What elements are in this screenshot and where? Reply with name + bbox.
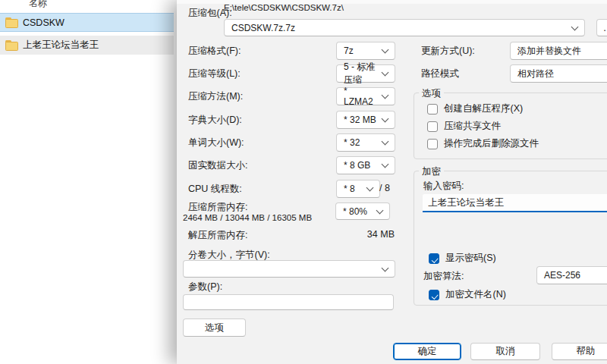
chevron-down-icon (571, 23, 579, 30)
format-label: 压缩格式(F): (188, 45, 241, 58)
cpu-threads-combobox[interactable]: * 8 (336, 180, 380, 198)
archive-path: E:\tele\CSDSKW\CSDSKW.7z\ (224, 3, 344, 12)
chevron-down-icon (376, 206, 384, 214)
help-button-label: 帮助 (577, 345, 596, 358)
compress-shared-label: 压缩共享文件 (444, 120, 501, 133)
file-name: 上老王论坛当老王 (23, 39, 99, 52)
browse-button[interactable]: … (596, 19, 607, 36)
path-mode-combobox[interactable]: 相对路径 (510, 64, 607, 83)
show-password-checkbox[interactable]: 显示密码(S) (429, 252, 496, 265)
parameters-input[interactable] (183, 294, 394, 310)
word-size-combobox[interactable]: * 32 (336, 133, 395, 152)
file-explorer-pane: 名称 CSDSKW 上老王论坛当老王 (0, 0, 182, 364)
checkbox-icon (427, 121, 438, 132)
cpu-threads-value: * 8 (344, 184, 355, 194)
file-name: CSDSKW (23, 17, 64, 28)
cancel-button[interactable]: 取消 (470, 343, 540, 360)
delete-after-label: 操作完成后删除源文件 (444, 137, 539, 150)
archive-name-combobox[interactable]: CSDSKW.7z.7z (224, 19, 585, 36)
checkbox-icon (427, 139, 438, 149)
chevron-down-icon (382, 69, 389, 77)
level-combobox[interactable]: 5 - 标准压缩 (336, 64, 395, 83)
dictionary-label: 字典大小(D): (188, 114, 242, 127)
dictionary-combobox[interactable]: * 32 MB (336, 111, 395, 129)
format-value: 7z (344, 46, 354, 56)
memory-decompress-label: 解压所需内存: (188, 229, 247, 242)
method-value: * LZMA2 (344, 86, 378, 107)
options-group-title: 选项 (419, 87, 444, 100)
encryption-method-value: AES-256 (544, 270, 580, 281)
password-input[interactable] (423, 194, 607, 212)
solid-block-value: * 8 GB (344, 160, 370, 171)
update-mode-combobox[interactable]: 添加并替换文件 (510, 42, 607, 60)
ok-button-label: 确定 (418, 345, 437, 358)
level-label: 压缩等级(L): (188, 67, 241, 80)
path-mode-label: 路径模式 (421, 67, 459, 80)
add-to-archive-dialog: 压缩包(A): E:\tele\CSDSKW\CSDSKW.7z\ CSDSKW… (177, 0, 607, 364)
password-label: 输入密码: (423, 180, 464, 193)
word-size-value: * 32 (344, 137, 360, 148)
solid-block-combobox[interactable]: * 8 GB (336, 156, 395, 174)
method-label: 压缩方法(M): (188, 90, 243, 103)
path-mode-value: 相对路径 (517, 67, 554, 80)
folder-icon (5, 17, 18, 28)
create-sfx-checkbox[interactable]: 创建自解压程序(X) (427, 102, 523, 115)
checkbox-icon (427, 104, 438, 115)
memory-usage-combobox[interactable]: * 80% (335, 202, 390, 220)
memory-usage-value: * 80% (343, 206, 367, 217)
memory-compress-detail: 2464 MB / 13044 MB / 16305 MB (183, 213, 312, 222)
browse-button-label: … (603, 23, 607, 33)
level-value: 5 - 标准压缩 (344, 61, 378, 86)
chevron-down-icon (382, 161, 389, 168)
list-item[interactable]: CSDSKW (0, 13, 174, 32)
encrypt-filenames-checkbox[interactable]: 加密文件名(N) (429, 288, 506, 301)
encryption-group-title: 加密 (419, 165, 444, 178)
show-password-label: 显示密码(S) (445, 252, 496, 265)
method-combobox[interactable]: * LZMA2 (336, 87, 395, 105)
solid-block-label: 固实数据大小: (188, 159, 247, 172)
memory-decompress-value: 34 MB (336, 229, 395, 240)
delete-after-checkbox[interactable]: 操作完成后删除源文件 (427, 137, 539, 150)
screen: 名称 CSDSKW 上老王论坛当老王 压缩包(A): E:\tele\CSDSK… (0, 0, 607, 364)
encrypt-filenames-label: 加密文件名(N) (445, 288, 506, 301)
list-item[interactable]: 上老王论坛当老王 (0, 36, 174, 55)
ok-button[interactable]: 确定 (393, 343, 461, 360)
cancel-button-label: 取消 (496, 345, 515, 358)
archive-name-value: CSDSKW.7z.7z (231, 23, 295, 33)
cpu-threads-label: CPU 线程数: (188, 183, 242, 196)
options-button[interactable]: 选项 (183, 318, 246, 337)
create-sfx-label: 创建自解压程序(X) (444, 102, 523, 115)
cpu-threads-max: / 8 (379, 183, 390, 193)
dictionary-value: * 32 MB (344, 115, 376, 125)
chevron-down-icon (382, 92, 389, 99)
volume-size-combobox[interactable] (183, 260, 395, 278)
folder-icon (5, 40, 18, 51)
chevron-down-icon (382, 138, 389, 146)
checkbox-icon (429, 253, 439, 264)
parameters-label: 参数(P): (188, 281, 222, 293)
options-button-label: 选项 (205, 322, 224, 334)
format-combobox[interactable]: 7z (336, 42, 395, 60)
update-mode-value: 添加并替换文件 (517, 45, 581, 58)
checkbox-icon (429, 290, 439, 300)
chevron-down-icon (382, 115, 389, 123)
column-header-name[interactable]: 名称 (29, 0, 47, 10)
word-size-label: 单词大小(W): (188, 136, 244, 149)
encryption-method-combobox[interactable]: AES-256 (536, 266, 607, 284)
chevron-down-icon (382, 46, 389, 54)
chevron-down-icon (382, 264, 389, 271)
memory-compress-label: 压缩所需内存: (188, 201, 247, 214)
encryption-method-label: 加密算法: (423, 270, 464, 283)
update-mode-label: 更新方式(U): (421, 45, 475, 58)
chevron-down-icon (366, 184, 374, 192)
help-button[interactable]: 帮助 (552, 343, 607, 360)
compress-shared-checkbox[interactable]: 压缩共享文件 (427, 120, 501, 133)
